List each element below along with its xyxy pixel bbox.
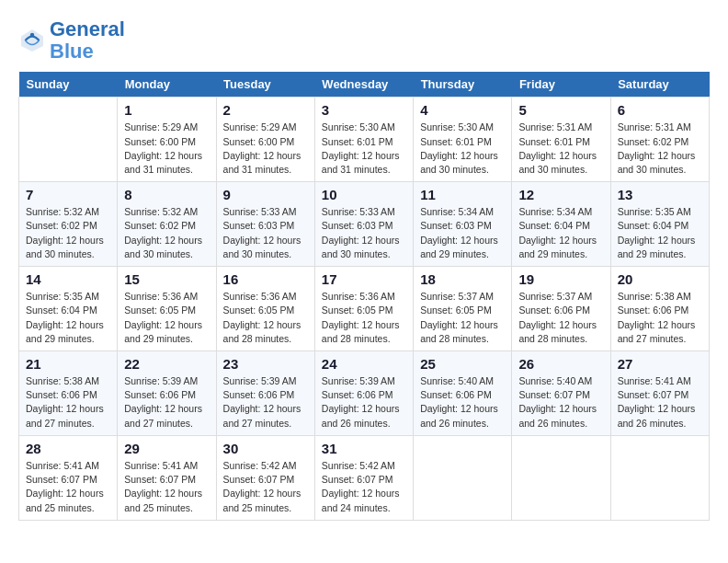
day-number: 27 [618, 356, 702, 372]
day-cell-29: 29Sunrise: 5:41 AMSunset: 6:07 PMDayligh… [118, 435, 216, 520]
day-info: Sunrise: 5:39 AMSunset: 6:06 PMDaylight:… [322, 374, 406, 431]
day-cell-11: 11Sunrise: 5:34 AMSunset: 6:03 PMDayligh… [414, 182, 512, 267]
day-number: 3 [322, 102, 406, 118]
col-header-tuesday: Tuesday [216, 72, 314, 98]
col-header-wednesday: Wednesday [314, 72, 413, 98]
day-info: Sunrise: 5:34 AMSunset: 6:03 PMDaylight:… [420, 205, 505, 261]
day-info: Sunrise: 5:31 AMSunset: 6:01 PMDaylight:… [518, 121, 603, 177]
col-header-friday: Friday [512, 72, 610, 98]
day-info: Sunrise: 5:36 AMSunset: 6:05 PMDaylight:… [322, 290, 406, 346]
day-info: Sunrise: 5:39 AMSunset: 6:06 PMDaylight:… [223, 374, 308, 431]
day-cell-25: 25Sunrise: 5:40 AMSunset: 6:06 PMDayligh… [414, 351, 512, 436]
day-number: 5 [518, 102, 603, 118]
day-info: Sunrise: 5:40 AMSunset: 6:06 PMDaylight:… [420, 374, 505, 431]
day-cell-20: 20Sunrise: 5:38 AMSunset: 6:06 PMDayligh… [610, 267, 709, 351]
day-info: Sunrise: 5:29 AMSunset: 6:00 PMDaylight:… [223, 121, 308, 177]
day-cell-19: 19Sunrise: 5:37 AMSunset: 6:06 PMDayligh… [512, 267, 610, 351]
day-number: 6 [618, 102, 702, 118]
day-info: Sunrise: 5:42 AMSunset: 6:07 PMDaylight:… [223, 459, 308, 515]
day-cell-6: 6Sunrise: 5:31 AMSunset: 6:02 PMDaylight… [610, 98, 709, 182]
day-number: 20 [618, 271, 702, 287]
col-header-saturday: Saturday [610, 72, 709, 98]
day-number: 16 [223, 271, 308, 287]
calendar-header: SundayMondayTuesdayWednesdayThursdayFrid… [19, 72, 710, 98]
day-cell-30: 30Sunrise: 5:42 AMSunset: 6:07 PMDayligh… [216, 435, 314, 520]
day-number: 15 [124, 271, 209, 287]
day-number: 7 [26, 187, 110, 202]
day-cell-17: 17Sunrise: 5:36 AMSunset: 6:05 PMDayligh… [314, 267, 413, 351]
day-info: Sunrise: 5:41 AMSunset: 6:07 PMDaylight:… [26, 459, 110, 515]
day-info: Sunrise: 5:42 AMSunset: 6:07 PMDaylight:… [322, 459, 406, 515]
day-number: 11 [420, 187, 505, 202]
day-number: 4 [420, 102, 505, 118]
col-header-sunday: Sunday [19, 72, 118, 98]
day-cell-18: 18Sunrise: 5:37 AMSunset: 6:05 PMDayligh… [414, 267, 512, 351]
empty-cell [610, 435, 709, 520]
day-cell-16: 16Sunrise: 5:36 AMSunset: 6:05 PMDayligh… [216, 267, 314, 351]
day-info: Sunrise: 5:32 AMSunset: 6:02 PMDaylight:… [124, 205, 209, 261]
logo-icon [18, 27, 46, 54]
day-info: Sunrise: 5:39 AMSunset: 6:06 PMDaylight:… [124, 374, 209, 431]
day-number: 26 [518, 356, 603, 372]
day-number: 23 [223, 356, 308, 372]
day-cell-4: 4Sunrise: 5:30 AMSunset: 6:01 PMDaylight… [414, 98, 512, 182]
week-row-4: 21Sunrise: 5:38 AMSunset: 6:06 PMDayligh… [19, 351, 710, 436]
day-info: Sunrise: 5:36 AMSunset: 6:05 PMDaylight:… [223, 290, 308, 346]
day-number: 29 [124, 441, 209, 456]
day-info: Sunrise: 5:41 AMSunset: 6:07 PMDaylight:… [618, 374, 702, 431]
empty-cell [512, 435, 610, 520]
day-info: Sunrise: 5:33 AMSunset: 6:03 PMDaylight:… [223, 205, 308, 261]
week-row-5: 28Sunrise: 5:41 AMSunset: 6:07 PMDayligh… [19, 435, 710, 520]
day-cell-14: 14Sunrise: 5:35 AMSunset: 6:04 PMDayligh… [19, 267, 118, 351]
day-cell-24: 24Sunrise: 5:39 AMSunset: 6:06 PMDayligh… [314, 351, 413, 436]
day-cell-27: 27Sunrise: 5:41 AMSunset: 6:07 PMDayligh… [610, 351, 709, 436]
calendar-table: SundayMondayTuesdayWednesdayThursdayFrid… [18, 72, 710, 520]
day-info: Sunrise: 5:37 AMSunset: 6:05 PMDaylight:… [420, 290, 505, 346]
day-cell-26: 26Sunrise: 5:40 AMSunset: 6:07 PMDayligh… [512, 351, 610, 436]
day-cell-13: 13Sunrise: 5:35 AMSunset: 6:04 PMDayligh… [610, 182, 709, 267]
day-info: Sunrise: 5:41 AMSunset: 6:07 PMDaylight:… [124, 459, 209, 515]
day-info: Sunrise: 5:36 AMSunset: 6:05 PMDaylight:… [124, 290, 209, 346]
day-cell-1: 1Sunrise: 5:29 AMSunset: 6:00 PMDaylight… [118, 98, 216, 182]
week-row-2: 7Sunrise: 5:32 AMSunset: 6:02 PMDaylight… [19, 182, 710, 267]
day-info: Sunrise: 5:40 AMSunset: 6:07 PMDaylight:… [518, 374, 603, 431]
day-number: 10 [322, 187, 406, 202]
day-info: Sunrise: 5:34 AMSunset: 6:04 PMDaylight:… [518, 205, 603, 261]
day-number: 21 [26, 356, 110, 372]
day-number: 8 [124, 187, 209, 202]
day-cell-31: 31Sunrise: 5:42 AMSunset: 6:07 PMDayligh… [314, 435, 413, 520]
day-info: Sunrise: 5:33 AMSunset: 6:03 PMDaylight:… [322, 205, 406, 261]
day-number: 13 [618, 187, 702, 202]
day-number: 22 [124, 356, 209, 372]
day-cell-2: 2Sunrise: 5:29 AMSunset: 6:00 PMDaylight… [216, 98, 314, 182]
day-number: 9 [223, 187, 308, 202]
day-info: Sunrise: 5:35 AMSunset: 6:04 PMDaylight:… [618, 205, 702, 261]
day-info: Sunrise: 5:37 AMSunset: 6:06 PMDaylight:… [518, 290, 603, 346]
day-cell-3: 3Sunrise: 5:30 AMSunset: 6:01 PMDaylight… [314, 98, 413, 182]
day-cell-10: 10Sunrise: 5:33 AMSunset: 6:03 PMDayligh… [314, 182, 413, 267]
day-info: Sunrise: 5:30 AMSunset: 6:01 PMDaylight:… [420, 121, 505, 177]
svg-point-1 [30, 33, 35, 38]
day-cell-5: 5Sunrise: 5:31 AMSunset: 6:01 PMDaylight… [512, 98, 610, 182]
day-number: 14 [26, 271, 110, 287]
day-number: 12 [518, 187, 603, 202]
svg-marker-0 [21, 29, 43, 52]
day-info: Sunrise: 5:32 AMSunset: 6:02 PMDaylight:… [26, 205, 110, 261]
day-number: 19 [518, 271, 603, 287]
day-cell-12: 12Sunrise: 5:34 AMSunset: 6:04 PMDayligh… [512, 182, 610, 267]
day-cell-7: 7Sunrise: 5:32 AMSunset: 6:02 PMDaylight… [19, 182, 118, 267]
week-row-1: 1Sunrise: 5:29 AMSunset: 6:00 PMDaylight… [19, 98, 710, 182]
day-cell-22: 22Sunrise: 5:39 AMSunset: 6:06 PMDayligh… [118, 351, 216, 436]
day-info: Sunrise: 5:38 AMSunset: 6:06 PMDaylight:… [618, 290, 702, 346]
col-header-thursday: Thursday [414, 72, 512, 98]
day-number: 17 [322, 271, 406, 287]
day-info: Sunrise: 5:31 AMSunset: 6:02 PMDaylight:… [618, 121, 702, 177]
day-cell-23: 23Sunrise: 5:39 AMSunset: 6:06 PMDayligh… [216, 351, 314, 436]
day-cell-8: 8Sunrise: 5:32 AMSunset: 6:02 PMDaylight… [118, 182, 216, 267]
empty-cell [414, 435, 512, 520]
day-info: Sunrise: 5:30 AMSunset: 6:01 PMDaylight:… [322, 121, 406, 177]
day-number: 18 [420, 271, 505, 287]
logo-text: GeneralBlue [50, 18, 125, 63]
page-header: GeneralBlue [18, 18, 710, 63]
day-number: 24 [322, 356, 406, 372]
